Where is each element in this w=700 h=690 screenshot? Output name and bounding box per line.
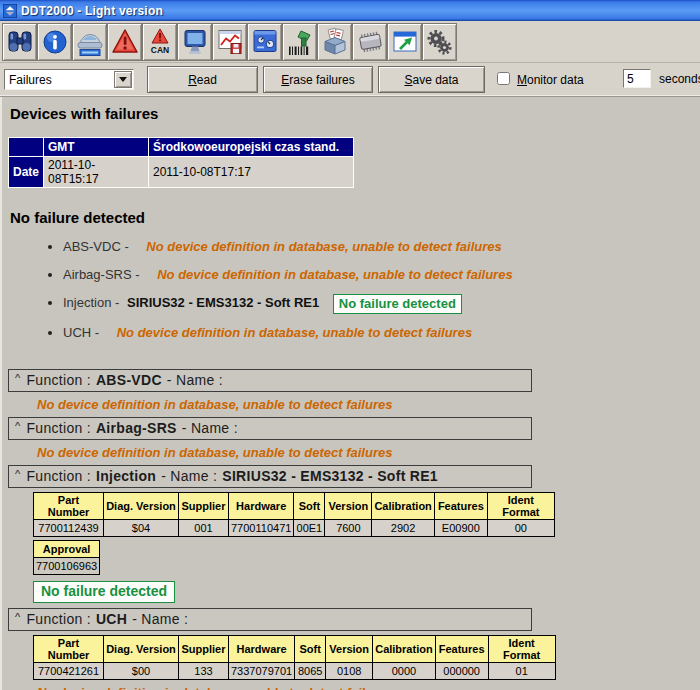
- binoculars-icon: [6, 26, 34, 58]
- barcode-button[interactable]: [282, 23, 317, 61]
- list-item: Airbag-SRS - No device definition in dat…: [63, 266, 700, 284]
- vehicle-icon: [76, 26, 104, 58]
- status-badge: No failure detected: [33, 581, 175, 603]
- function-name: SIRIUS32 - EMS3132 - Soft RE1: [222, 468, 438, 484]
- table-row: Date 2011-10-08T15:17 2011-10-08T17:17: [9, 157, 354, 188]
- table-row: 7700421261 $00 133 7337079701 8065 0108 …: [34, 663, 556, 680]
- anchor-caret[interactable]: ^: [15, 611, 20, 623]
- failures-button[interactable]: [107, 23, 142, 61]
- injection-status: No failure detected: [33, 581, 700, 603]
- anchor-caret[interactable]: ^: [15, 468, 20, 480]
- date-table: GMT Środkowoeuropejski czas stand. Date …: [8, 137, 354, 188]
- device-name: Airbag-SRS -: [63, 267, 140, 282]
- mode-select-value: Failures: [5, 73, 114, 87]
- svg-text:CAN: CAN: [150, 45, 168, 55]
- injection-ident-table: Part Number Diag. Version Supplier Hardw…: [33, 492, 555, 537]
- erase-failures-button[interactable]: Erase failures: [263, 66, 373, 93]
- list-item: UCH - No device definition in database, …: [63, 324, 700, 342]
- function-device: Injection: [96, 468, 156, 484]
- date-local-value: 2011-10-08T17:17: [149, 157, 354, 188]
- status-badge: No failure detected: [333, 294, 462, 314]
- date-table-col-local: Środkowoeuropejski czas stand.: [149, 138, 354, 157]
- settings-button[interactable]: [422, 23, 457, 61]
- monitor-data-label[interactable]: Monitor data: [517, 73, 584, 87]
- mode-select[interactable]: Failures: [4, 69, 134, 90]
- interval-unit-label: seconds: [659, 72, 700, 86]
- card-reader-icon: [321, 26, 349, 58]
- function-device: Airbag-SRS: [96, 420, 177, 436]
- graph-save-button[interactable]: [212, 23, 247, 61]
- can-failures-button[interactable]: CAN: [142, 23, 177, 61]
- no-definition-message: No device definition in database, unable…: [37, 685, 700, 690]
- monitor-data-checkbox[interactable]: [497, 72, 510, 85]
- device-name: UCH -: [63, 325, 99, 340]
- can-warning-icon: CAN: [146, 26, 174, 58]
- device-name: ABS-VDC -: [63, 239, 129, 254]
- devices-heading: Devices with failures: [10, 105, 700, 122]
- chart-save-icon: [216, 26, 244, 58]
- control-panel-button[interactable]: [247, 23, 282, 61]
- barcode-scanner-icon: [286, 26, 314, 58]
- function-header-injection: ^Function :Injection- Name :SIRIUS32 - E…: [8, 465, 532, 488]
- no-definition-message: No device definition in database, unable…: [37, 445, 700, 460]
- date-table-col-gmt: GMT: [44, 138, 149, 157]
- interval-input[interactable]: [623, 69, 651, 88]
- function-header-airbag-srs: ^Function :Airbag-SRS- Name :: [8, 417, 532, 440]
- gears-icon: [426, 26, 454, 58]
- card-reader-button[interactable]: [317, 23, 352, 61]
- date-row-label: Date: [9, 157, 44, 188]
- device-message: No device definition in database, unable…: [146, 239, 501, 254]
- function-header-uch: ^Function :UCH- Name :: [8, 608, 532, 631]
- function-device: ABS-VDC: [96, 372, 162, 388]
- status-heading: No failure detected: [10, 209, 700, 226]
- date-table-corner: [9, 138, 44, 157]
- approval-label: Approval: [34, 541, 100, 558]
- save-data-button[interactable]: Save data: [378, 66, 485, 93]
- app-window: DDT2000 - Light version: [0, 0, 700, 690]
- window-export-icon: [391, 26, 419, 58]
- report-area: Devices with failures GMT Środkowoeurope…: [0, 97, 700, 690]
- device-message: No device definition in database, unable…: [157, 267, 512, 282]
- uch-ident-table: Part Number Diag. Version Supplier Hardw…: [33, 635, 556, 680]
- device-message: No device definition in database, unable…: [117, 325, 472, 340]
- vehicle-button[interactable]: [72, 23, 107, 61]
- function-device: UCH: [96, 611, 127, 627]
- anchor-caret[interactable]: ^: [15, 372, 20, 384]
- app-icon: [3, 4, 17, 18]
- approval-value: 7700106963: [34, 558, 100, 575]
- eprom-button[interactable]: [352, 23, 387, 61]
- approval-table: Approval 7700106963: [33, 540, 100, 575]
- list-item: ABS-VDC - No device definition in databa…: [63, 238, 700, 256]
- window-title: DDT2000 - Light version: [21, 4, 163, 18]
- icon-toolbar: CAN: [0, 21, 700, 63]
- device-list: ABS-VDC - No device definition in databa…: [2, 238, 700, 342]
- search-button[interactable]: [2, 23, 37, 61]
- control-panel-icon: [251, 26, 279, 58]
- control-bar: Failures Read Erase failures Save data M…: [0, 63, 700, 97]
- monitor-icon: [181, 26, 209, 58]
- read-button[interactable]: Read: [147, 66, 258, 93]
- list-item: Injection - SIRIUS32 - EMS3132 - Soft RE…: [63, 294, 700, 314]
- warning-icon: [111, 26, 139, 58]
- device-detail: SIRIUS32 - EMS3132 - Soft RE1: [127, 295, 319, 310]
- no-definition-message: No device definition in database, unable…: [37, 397, 700, 412]
- info-icon: [41, 26, 69, 58]
- info-button[interactable]: [37, 23, 72, 61]
- device-name: Injection -: [63, 295, 119, 310]
- title-bar: DDT2000 - Light version: [0, 0, 700, 21]
- external-window-button[interactable]: [387, 23, 422, 61]
- chevron-down-icon: [119, 77, 127, 82]
- mode-select-arrow[interactable]: [114, 71, 132, 88]
- screen-button[interactable]: [177, 23, 212, 61]
- function-header-abs-vdc: ^Function :ABS-VDC- Name :: [8, 369, 532, 392]
- chip-icon: [356, 26, 384, 58]
- anchor-caret[interactable]: ^: [15, 420, 20, 432]
- date-gmt-value: 2011-10-08T15:17: [44, 157, 149, 188]
- table-row: 7700112439 $04 001 7700110471 00E1 7600 …: [34, 520, 555, 537]
